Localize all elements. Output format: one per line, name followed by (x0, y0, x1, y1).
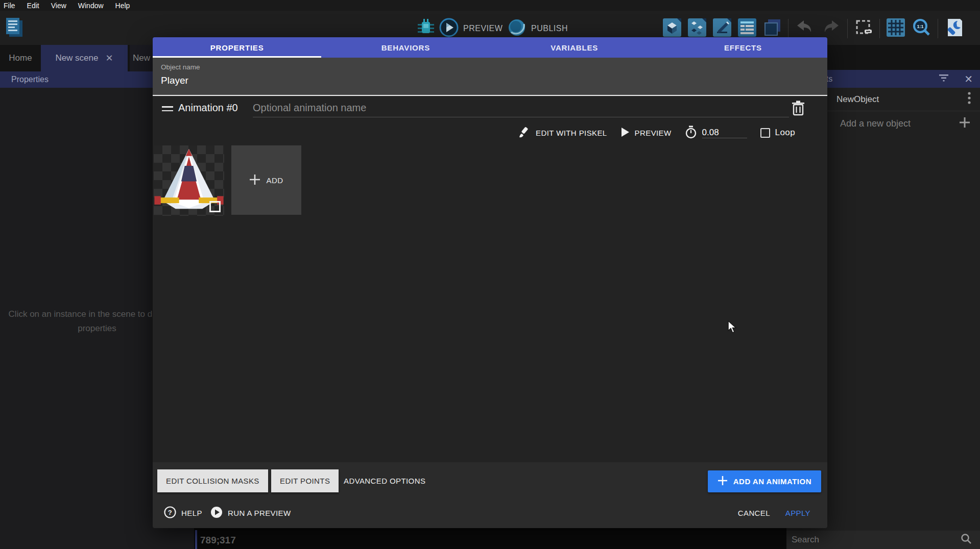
close-panel-icon[interactable]: ✕ (964, 73, 973, 85)
animation-controls: EDIT WITH PISKEL PREVIEW (518, 123, 795, 142)
help-button[interactable]: ? HELP (164, 503, 202, 523)
add-object-icon[interactable] (663, 18, 681, 39)
drag-handle-icon[interactable] (162, 106, 173, 114)
undo-icon[interactable] (795, 18, 815, 39)
publish-globe-icon (507, 18, 527, 39)
objects-groups-icon[interactable] (688, 18, 706, 39)
tab-new-scene[interactable]: New scene ✕ (41, 45, 128, 71)
menu-window[interactable]: Window (78, 2, 104, 10)
preview-label: PREVIEW (463, 24, 503, 33)
edit-scene-icon[interactable] (713, 18, 731, 39)
menu-edit[interactable]: Edit (27, 2, 39, 10)
properties-list-icon[interactable] (738, 18, 756, 39)
tab-effects-label: EFFECTS (724, 43, 762, 52)
tab-variables-label: VARIABLES (551, 43, 598, 52)
tab-behaviors-label: BEHAVIORS (381, 43, 430, 52)
loop-label: Loop (775, 128, 795, 138)
dialog-tab-bar: PROPERTIES BEHAVIORS VARIABLES EFFECTS (153, 37, 827, 58)
edit-points-label: EDIT POINTS (280, 477, 330, 485)
help-label: HELP (181, 509, 202, 517)
tab-variables[interactable]: VARIABLES (490, 37, 659, 58)
preview-button[interactable]: PREVIEW (439, 18, 503, 39)
zoom-1-1-icon[interactable]: 1:1 (912, 18, 931, 39)
grid-icon[interactable] (887, 18, 905, 39)
delete-animation-button[interactable] (791, 101, 806, 117)
setup-grid-icon[interactable] (945, 18, 963, 39)
tab-properties-label: PROPERTIES (210, 43, 264, 52)
animation-title: Animation #0 (178, 102, 238, 114)
time-between-frames-field (685, 126, 747, 140)
advanced-options-label: ADVANCED OPTIONS (344, 477, 425, 485)
instances-list-icon[interactable] (763, 18, 781, 39)
svg-text:?: ? (168, 509, 172, 516)
menu-bar: File Edit View Window Help (0, 0, 980, 11)
tab-behaviors[interactable]: BEHAVIORS (321, 37, 490, 58)
scene-selection-edge (195, 530, 197, 549)
add-an-animation-button[interactable]: ADD AN ANIMATION (708, 470, 821, 492)
edit-collision-masks-label: EDIT COLLISION MASKS (166, 477, 259, 485)
object-name-input[interactable] (161, 75, 815, 86)
redo-icon[interactable] (821, 18, 841, 39)
loop-toggle[interactable]: Loop (760, 128, 795, 138)
deselect-icon[interactable] (854, 18, 873, 39)
menu-file[interactable]: File (4, 2, 15, 10)
add-an-animation-label: ADD AN ANIMATION (733, 477, 811, 486)
stopwatch-icon (685, 126, 697, 140)
objects-search-bar (786, 531, 980, 549)
object-name-field-label: Object name (161, 63, 200, 71)
add-frame-button[interactable]: ADD (231, 145, 301, 215)
cancel-label: CANCEL (738, 509, 770, 517)
edit-with-piskel-label: EDIT WITH PISKEL (536, 129, 607, 137)
edit-collision-masks-button[interactable]: EDIT COLLISION MASKS (157, 469, 268, 492)
tab-properties[interactable]: PROPERTIES (153, 37, 321, 58)
cursor-coordinates: 789;317 (200, 535, 236, 546)
object-editor-dialog: PROPERTIES BEHAVIORS VARIABLES EFFECTS O… (153, 37, 827, 528)
mouse-cursor (727, 320, 738, 336)
run-a-preview-button[interactable]: RUN A PREVIEW (210, 503, 291, 523)
animation-name-input[interactable] (253, 99, 789, 117)
tab-home[interactable]: Home (0, 45, 41, 71)
animation-section: Animation #0 (153, 97, 827, 462)
edit-with-piskel-button[interactable]: EDIT WITH PISKEL (518, 126, 607, 140)
edit-points-button[interactable]: EDIT POINTS (271, 469, 339, 492)
time-between-frames-input[interactable] (702, 128, 747, 138)
brush-icon (518, 126, 531, 140)
animation-frame-thumbnail[interactable] (154, 145, 224, 216)
object-menu-icon[interactable] (968, 92, 971, 107)
object-name-label: NewObject (836, 94, 879, 105)
play-circle-icon (210, 506, 223, 520)
dialog-footer: ? HELP RUN A PREVIEW CANCEL APPLY (153, 503, 827, 523)
add-object-label: Add a new object (840, 118, 911, 129)
run-a-preview-label: RUN A PREVIEW (228, 509, 291, 517)
advanced-options-button[interactable]: ADVANCED OPTIONS (344, 469, 425, 492)
tab-home-label: Home (9, 53, 32, 63)
play-icon (620, 127, 630, 139)
help-icon: ? (164, 506, 176, 520)
menu-help[interactable]: Help (115, 2, 130, 10)
plus-icon[interactable] (959, 116, 971, 131)
tab-other-label: New (133, 53, 150, 63)
frame-select-checkbox[interactable] (209, 201, 221, 212)
publish-label: PUBLISH (531, 24, 568, 33)
tab-effects[interactable]: EFFECTS (659, 37, 827, 58)
properties-panel-title: Properties (11, 75, 49, 84)
search-input[interactable] (786, 535, 961, 545)
open-project-icon[interactable] (4, 16, 25, 41)
close-tab-icon[interactable]: ✕ (106, 53, 113, 64)
svg-text:1:1: 1:1 (917, 24, 923, 29)
trash-icon (792, 101, 805, 118)
publish-button[interactable]: PUBLISH (507, 18, 568, 39)
apply-button[interactable]: APPLY (785, 503, 810, 523)
object-name-field: Object name (153, 58, 827, 96)
preview-animation-label: PREVIEW (635, 129, 672, 137)
scene-toolbar-icons: 1:1 (663, 18, 963, 39)
filter-icon[interactable] (939, 74, 949, 84)
plus-icon (249, 174, 260, 187)
preview-play-icon (439, 18, 459, 39)
cancel-button[interactable]: CANCEL (738, 503, 770, 523)
search-icon (961, 533, 972, 546)
menu-view[interactable]: View (51, 2, 66, 10)
checkbox-icon[interactable] (760, 128, 770, 138)
gdevelop-window: File Edit View Window Help (0, 0, 980, 549)
preview-animation-button[interactable]: PREVIEW (620, 127, 672, 139)
